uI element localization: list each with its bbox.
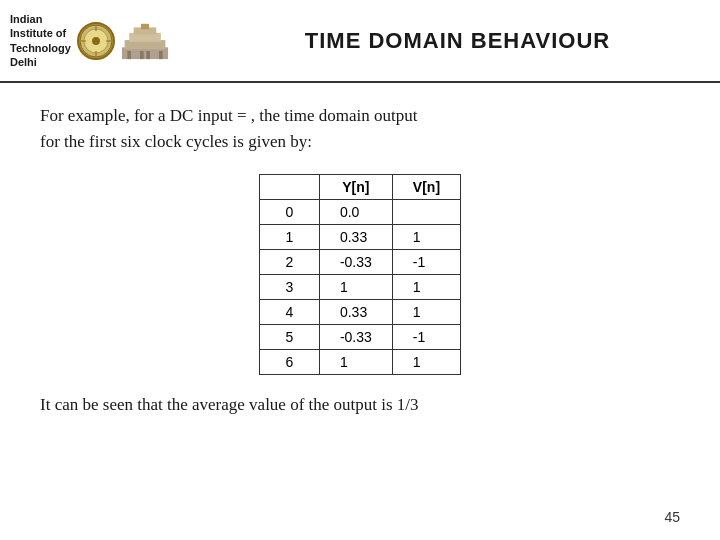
table-row: 4 0.33 1 xyxy=(259,300,460,325)
cell-n: 1 xyxy=(259,225,319,250)
cell-yn: 0.0 xyxy=(319,200,392,225)
table-row: 1 0.33 1 xyxy=(259,225,460,250)
data-table: Y[n] V[n] 0 0.0 1 0.33 1 2 -0.33 -1 3 1 … xyxy=(259,174,461,375)
svg-rect-15 xyxy=(159,50,163,58)
cell-n: 0 xyxy=(259,200,319,225)
svg-rect-14 xyxy=(146,50,150,58)
cell-vn: 1 xyxy=(392,350,460,375)
description-line2: for the first six clock cycles is given … xyxy=(40,132,312,151)
cell-yn: 1 xyxy=(319,350,392,375)
svg-point-2 xyxy=(92,37,100,45)
page-number: 45 xyxy=(664,509,680,525)
cell-yn: -0.33 xyxy=(319,325,392,350)
cell-n: 5 xyxy=(259,325,319,350)
cell-vn: 1 xyxy=(392,300,460,325)
table-row: 6 1 1 xyxy=(259,350,460,375)
svg-rect-11 xyxy=(141,23,149,28)
col-header-n xyxy=(259,175,319,200)
cell-yn: 0.33 xyxy=(319,225,392,250)
cell-n: 6 xyxy=(259,350,319,375)
cell-vn: -1 xyxy=(392,325,460,350)
table-row: 2 -0.33 -1 xyxy=(259,250,460,275)
institute-building xyxy=(120,22,170,60)
institute-emblem xyxy=(77,22,115,60)
col-header-yn: Y[n] xyxy=(319,175,392,200)
cell-vn: 1 xyxy=(392,275,460,300)
cell-vn xyxy=(392,200,460,225)
table-container: Y[n] V[n] 0 0.0 1 0.33 1 2 -0.33 -1 3 1 … xyxy=(40,174,680,375)
description: For example, for a DC input = , the time… xyxy=(40,103,680,154)
svg-rect-12 xyxy=(127,50,131,58)
cell-n: 4 xyxy=(259,300,319,325)
table-row: 0 0.0 xyxy=(259,200,460,225)
cell-yn: 1 xyxy=(319,275,392,300)
description-line1: For example, for a DC input = , the time… xyxy=(40,106,417,125)
logo-area: IndianInstitute ofTechnologyDelhi xyxy=(10,12,205,69)
table-row: 5 -0.33 -1 xyxy=(259,325,460,350)
cell-n: 3 xyxy=(259,275,319,300)
col-header-vn: V[n] xyxy=(392,175,460,200)
cell-yn: -0.33 xyxy=(319,250,392,275)
main-content: For example, for a DC input = , the time… xyxy=(0,83,720,425)
page-title: TIME DOMAIN BEHAVIOUR xyxy=(205,28,710,54)
cell-vn: -1 xyxy=(392,250,460,275)
svg-rect-13 xyxy=(140,50,144,58)
header: IndianInstitute ofTechnologyDelhi xyxy=(0,0,720,83)
conclusion: It can be seen that the average value of… xyxy=(40,395,680,415)
cell-yn: 0.33 xyxy=(319,300,392,325)
cell-vn: 1 xyxy=(392,225,460,250)
institute-name: IndianInstitute ofTechnologyDelhi xyxy=(10,12,71,69)
table-header-row: Y[n] V[n] xyxy=(259,175,460,200)
table-row: 3 1 1 xyxy=(259,275,460,300)
cell-n: 2 xyxy=(259,250,319,275)
